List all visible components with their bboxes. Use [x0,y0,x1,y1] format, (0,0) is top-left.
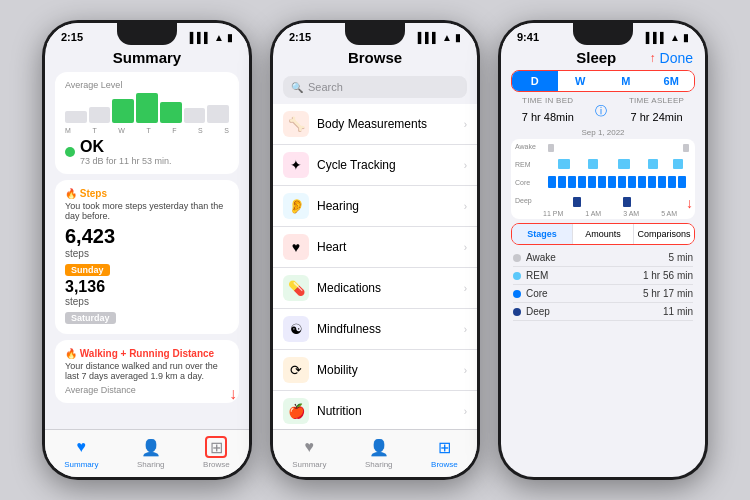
metric-time-in-bed: TIME IN BED 7 hr 48min [522,96,574,126]
browse-icon: ⊞ [205,436,227,458]
svg-rect-10 [648,176,656,188]
chevron-hearing: › [464,201,467,212]
tab-browse[interactable]: ⊞ Browse [203,436,230,469]
browse-icon-2: ⊞ [433,436,455,458]
wifi-icon-3: ▲ [670,32,680,43]
legend-awake-value: 5 min [669,252,693,263]
day-t: T [92,127,96,134]
hearing-label: Hearing [317,199,456,213]
info-icon: ⓘ [595,103,607,120]
medications-icon: 💊 [283,275,309,301]
arrow-distance: ↓ [229,385,237,403]
legend-deep: Deep 11 min [513,303,693,321]
battery-icon-3: ▮ [683,32,689,43]
tab-d[interactable]: D [512,71,558,91]
browse-item-mobility[interactable]: ⟳ Mobility › [273,350,477,391]
tab-summary-2[interactable]: ♥ Summary [292,436,326,469]
svg-rect-4 [588,176,596,188]
row-rem: REM [515,161,531,168]
browse-list: 🦴 Body Measurements › ✦ Cycle Tracking ›… [273,104,477,429]
chevron-heart: › [464,242,467,253]
tab-browse-2[interactable]: ⊞ Browse [431,436,458,469]
time-5am: 5 AM [661,210,677,217]
tab-browse-label: Browse [203,460,230,469]
sleep-metrics: TIME IN BED 7 hr 48min ⓘ TIME ASLEEP 7 h… [511,96,695,126]
svg-rect-22 [623,197,631,207]
tab-bar-2: ♥ Summary 👤 Sharing ⊞ Browse [273,429,477,477]
sleep-chart-svg [543,141,695,211]
mindfulness-icon: ☯ [283,316,309,342]
day-t2: T [146,127,150,134]
svg-rect-5 [598,176,606,188]
arrow-chart: ↓ [686,195,693,211]
svg-rect-0 [548,176,556,188]
noise-ok: OK [80,138,172,156]
tab-sharing-label: Sharing [137,460,165,469]
tab-sharing-2[interactable]: 👤 Sharing [365,436,393,469]
time-1am: 1 AM [585,210,601,217]
sleep-date: Sep 1, 2022 [511,128,695,137]
svg-rect-13 [678,176,686,188]
tab-stages[interactable]: Stages [512,224,573,244]
phone-sleep: 9:41 ▌▌▌ ▲ ▮ Sleep ↑ Done D W M 6M [498,20,708,480]
legend-awake: Awake 5 min [513,249,693,267]
done-button[interactable]: Done [660,50,693,66]
legend-rem-label: REM [526,270,548,281]
status-time-3: 9:41 [517,31,539,43]
signal-icon: ▌▌▌ [190,32,211,43]
mobility-icon: ⟳ [283,357,309,383]
svg-rect-1 [558,176,566,188]
body-measurements-icon: 🦴 [283,111,309,137]
distance-title: 🔥 Walking + Running Distance [65,348,229,359]
status-icons-3: ▌▌▌ ▲ ▮ [646,32,689,43]
svg-rect-6 [608,176,616,188]
tab-summary[interactable]: ♥ Summary [64,436,98,469]
heart-icon: ♥ [70,436,92,458]
metric-val-asleep: 7 hr 24min [629,105,684,126]
tab-sharing[interactable]: 👤 Sharing [137,436,165,469]
heart-label: Heart [317,240,456,254]
svg-rect-8 [628,176,636,188]
steps-value-1: 6,423 [65,225,229,248]
metric-time-asleep: TIME ASLEEP 7 hr 24min [629,96,684,126]
browse-item-mindfulness[interactable]: ☯ Mindfulness › [273,309,477,350]
distance-label: Average Distance ↓ [65,385,229,395]
tab-bar-1: ♥ Summary 👤 Sharing ⊞ Browse [45,429,249,477]
arrow-done: ↑ [650,51,656,65]
browse-item-nutrition[interactable]: 🍎 Nutrition › [273,391,477,429]
svg-rect-20 [683,144,689,152]
browse-item-body-measurements[interactable]: 🦴 Body Measurements › [273,104,477,145]
sleep-legend: Awake 5 min REM 1 hr 56 min Core [501,247,705,323]
day-s2: S [224,127,229,134]
time-3am: 3 AM [623,210,639,217]
status-icons-1: ▌▌▌ ▲ ▮ [190,32,233,43]
battery-icon-2: ▮ [455,32,461,43]
cycle-tracking-icon: ✦ [283,152,309,178]
noise-label: Average Level [65,80,229,90]
browse-item-heart[interactable]: ♥ Heart › [273,227,477,268]
tab-browse-label-2: Browse [431,460,458,469]
day-w: W [118,127,125,134]
phone-browse: 2:15 ▌▌▌ ▲ ▮ Browse 🔍 Search 🦴 Body Meas… [270,20,480,480]
browse-item-medications[interactable]: 💊 Medications › [273,268,477,309]
browse-title: Browse [273,45,477,72]
svg-rect-14 [558,159,570,169]
tab-amounts[interactable]: Amounts [573,224,634,244]
day-label-saturday: Saturday [65,312,116,324]
tab-6m[interactable]: 6M [649,71,695,91]
status-time-1: 2:15 [61,31,83,43]
search-bar[interactable]: 🔍 Search [283,76,467,98]
browse-item-hearing[interactable]: 👂 Hearing › [273,186,477,227]
info-icon-wrapper: ⓘ [595,96,607,126]
browse-item-cycle-tracking[interactable]: ✦ Cycle Tracking › [273,145,477,186]
svg-rect-18 [673,159,683,169]
chevron-meds: › [464,283,467,294]
time-11pm: 11 PM [543,210,563,217]
tab-comparisons[interactable]: Comparisons [634,224,694,244]
tab-w[interactable]: W [558,71,604,91]
row-core: Core [515,179,530,186]
mindfulness-label: Mindfulness [317,322,456,336]
tab-m[interactable]: M [603,71,649,91]
dot-rem [513,272,521,280]
noise-status: OK 73 dB for 11 hr 53 min. [65,138,229,166]
